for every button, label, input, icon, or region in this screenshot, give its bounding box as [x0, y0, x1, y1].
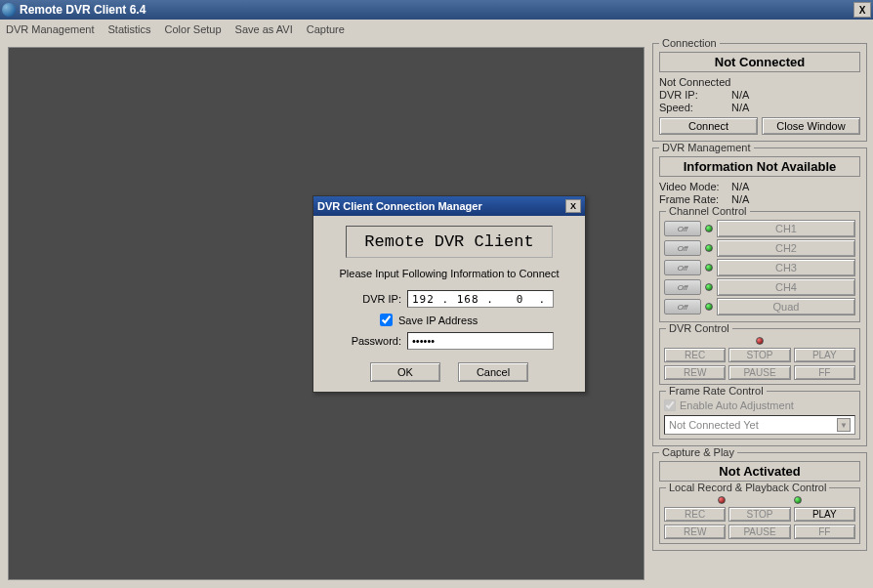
ch2-button[interactable]: CH2	[717, 239, 855, 257]
ip-label: DVR IP:	[659, 89, 726, 101]
ch4-button[interactable]: CH4	[717, 278, 855, 296]
frame-rate-value: N/A	[731, 193, 749, 205]
frc-select[interactable]: Not Connected Yet ▼	[664, 415, 855, 435]
frame-rate-label: Frame Rate:	[659, 193, 726, 205]
capture-legend: Capture & Play	[659, 446, 737, 458]
connection-legend: Connection	[659, 37, 720, 49]
dvr-ff-button[interactable]: FF	[794, 365, 855, 380]
local-play-button[interactable]: PLAY	[794, 507, 855, 522]
dialog-title: DVR Client Connection Manager	[317, 200, 565, 212]
ip-value: N/A	[731, 89, 749, 101]
ch3-toggle[interactable]: Off	[664, 260, 701, 275]
dvr-rec-button[interactable]: REC	[664, 348, 726, 362]
ch1-toggle[interactable]: Off	[664, 221, 701, 236]
connection-manager-dialog: DVR Client Connection Manager X Remote D…	[312, 195, 586, 393]
dvr-rew-button[interactable]: REW	[664, 365, 726, 380]
enable-auto-adjustment-label: Enable Auto Adjustment	[680, 399, 794, 411]
password-input[interactable]	[407, 332, 554, 350]
cancel-button[interactable]: Cancel	[458, 362, 528, 382]
quad-led	[705, 303, 713, 311]
dvr-management-group: DVR Management Information Not Available…	[652, 147, 867, 446]
menu-statistics[interactable]: Statistics	[108, 23, 151, 35]
local-ff-button[interactable]: FF	[794, 525, 855, 539]
ch4-led	[705, 283, 713, 291]
ch1-button[interactable]: CH1	[717, 220, 855, 237]
close-window-button[interactable]: Close Window	[762, 117, 860, 135]
ch3-button[interactable]: CH3	[717, 259, 855, 276]
frame-rate-control-group: Frame Rate Control Enable Auto Adjustmen…	[659, 391, 860, 440]
channel-control-legend: Channel Control	[666, 205, 750, 217]
app-icon	[2, 3, 16, 17]
speed-value: N/A	[731, 102, 749, 113]
local-record-legend: Local Record & Playback Control	[666, 482, 829, 493]
dialog-prompt: Please Input Following Information to Co…	[339, 268, 559, 279]
frc-select-value: Not Connected Yet	[669, 419, 759, 431]
local-pause-button[interactable]: PAUSE	[728, 525, 790, 539]
local-rec-led	[718, 496, 726, 504]
frc-legend: Frame Rate Control	[666, 385, 767, 397]
dialog-close-button[interactable]: X	[565, 199, 581, 213]
ch3-led	[705, 264, 713, 272]
video-mode-value: N/A	[731, 181, 749, 192]
capture-play-group: Capture & Play Not Activated Local Recor…	[652, 452, 867, 551]
local-stop-button[interactable]: STOP	[728, 507, 790, 522]
password-label: Password:	[345, 335, 401, 347]
dvr-control-legend: DVR Control	[666, 322, 732, 334]
local-record-group: Local Record & Playback Control REC STOP…	[659, 487, 860, 544]
dialog-titlebar[interactable]: DVR Client Connection Manager X	[313, 196, 585, 216]
channel-control-group: Channel Control OffCH1 OffCH2 OffCH3 Off…	[659, 211, 860, 322]
connection-status: Not Connected	[659, 52, 860, 72]
save-ip-label: Save IP Address	[398, 315, 478, 326]
local-rew-button[interactable]: REW	[664, 525, 726, 539]
dvr-pause-button[interactable]: PAUSE	[728, 365, 790, 380]
dvr-stop-button[interactable]: STOP	[728, 348, 790, 362]
menu-save-as-avi[interactable]: Save as AVI	[235, 23, 293, 35]
ch2-toggle[interactable]: Off	[664, 240, 701, 256]
menu-color-setup[interactable]: Color Setup	[165, 23, 222, 35]
titlebar: Remote DVR Client 6.4 X	[0, 0, 873, 20]
connection-group: Connection Not Connected Not Connected D…	[652, 43, 867, 142]
dvr-ip-label: DVR IP:	[345, 293, 401, 305]
local-rec-button[interactable]: REC	[664, 507, 726, 522]
connect-button[interactable]: Connect	[659, 117, 758, 135]
dvr-control-group: DVR Control REC STOP PLAY REW PAUSE FF	[659, 328, 860, 385]
quad-button[interactable]: Quad	[717, 298, 855, 315]
menubar: DVR Management Statistics Color Setup Sa…	[0, 20, 873, 39]
menu-dvr-management[interactable]: DVR Management	[6, 23, 95, 35]
dvr-status: Information Not Available	[659, 156, 860, 177]
video-mode-label: Video Mode:	[659, 181, 726, 192]
chevron-down-icon: ▼	[837, 418, 851, 432]
dvr-rec-led	[756, 337, 764, 345]
capture-status: Not Activated	[659, 461, 860, 482]
dvr-play-button[interactable]: PLAY	[794, 348, 855, 362]
window-title: Remote DVR Client 6.4	[20, 3, 853, 17]
ch2-led	[705, 244, 713, 252]
quad-toggle[interactable]: Off	[664, 299, 701, 315]
dialog-banner: Remote DVR Client	[346, 226, 552, 258]
ch4-toggle[interactable]: Off	[664, 279, 701, 295]
speed-label: Speed:	[659, 102, 726, 113]
save-ip-checkbox[interactable]	[380, 314, 393, 326]
dvr-legend: DVR Management	[659, 142, 754, 153]
connection-line1: Not Connected	[659, 76, 730, 88]
enable-auto-adjustment-checkbox[interactable]	[664, 399, 676, 411]
local-play-led	[794, 496, 802, 504]
dvr-ip-input[interactable]	[407, 290, 554, 308]
window-close-button[interactable]: X	[853, 2, 871, 18]
ch1-led	[705, 225, 713, 232]
menu-capture[interactable]: Capture	[307, 23, 345, 35]
right-panel: Connection Not Connected Not Connected D…	[652, 39, 873, 588]
ok-button[interactable]: OK	[370, 362, 440, 382]
